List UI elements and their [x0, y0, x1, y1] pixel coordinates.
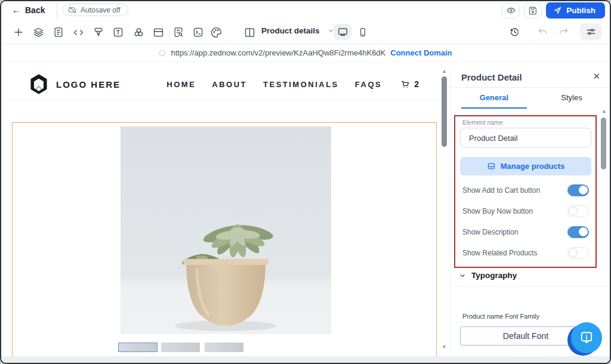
description-toggle[interactable] — [567, 226, 589, 238]
scroll-down-arrow[interactable]: ▼ — [440, 345, 448, 350]
manage-products-label: Manage products — [501, 162, 565, 171]
panel-title: Product Detail — [461, 72, 522, 82]
image-thumbnail-2[interactable] — [161, 343, 200, 352]
scroll-up-arrow[interactable]: ▲ — [440, 69, 448, 74]
sections-icon[interactable] — [152, 26, 165, 39]
layers-icon[interactable] — [32, 26, 45, 39]
editor-window: ← Back Autosave off — [0, 0, 611, 364]
chevron-down-icon — [459, 272, 466, 279]
element-name-label: Element name — [462, 119, 503, 126]
typography-section-header[interactable]: Typography — [459, 271, 517, 280]
preview-eye-button[interactable] — [502, 3, 520, 18]
back-button[interactable]: ← Back — [12, 5, 45, 15]
cloud-off-icon — [68, 5, 77, 14]
chevron-down-icon — [328, 27, 334, 34]
paint-icon[interactable] — [92, 26, 105, 39]
page-selector-dropdown[interactable]: Product details — [261, 26, 334, 35]
seo-search-icon[interactable] — [172, 26, 185, 39]
editor-toolbar: Product details — [1, 20, 610, 44]
cart-icon — [400, 79, 411, 90]
canvas-scrollbar-thumb[interactable] — [442, 76, 447, 147]
element-name-input[interactable] — [460, 128, 591, 148]
text-icon[interactable] — [112, 26, 125, 39]
preview-url: https://app.zednow.com/v2/preview/KzAaHQ… — [171, 48, 385, 57]
typography-label: Typography — [471, 271, 517, 280]
toggle-label: Show Description — [462, 228, 518, 236]
nav-item-faqs[interactable]: FAQS — [355, 80, 382, 89]
add-element-icon[interactable] — [12, 26, 25, 39]
desktop-view-button[interactable] — [334, 24, 351, 40]
divider — [450, 87, 611, 88]
palette-icon[interactable] — [209, 26, 223, 39]
image-thumbnail-3[interactable] — [205, 343, 243, 352]
toggle-row-description: Show Description — [462, 226, 589, 238]
terminal-icon[interactable] — [192, 26, 205, 39]
related-products-toggle[interactable] — [567, 247, 589, 259]
page-selector-value: Product details — [261, 26, 320, 35]
publish-label: Publish — [566, 6, 595, 15]
window-bottom-edge — [1, 356, 610, 363]
manage-products-button[interactable]: Manage products — [460, 157, 591, 175]
undo-button[interactable] — [535, 24, 551, 40]
help-chat-button[interactable] — [567, 322, 601, 356]
globe-icon — [159, 50, 166, 57]
url-bar: https://app.zednow.com/v2/preview/KzAaHQ… — [1, 44, 610, 62]
close-icon[interactable]: ✕ — [593, 71, 600, 82]
font-family-label: Product name Font Family — [462, 313, 539, 320]
canvas-scrollbar[interactable]: ▲ ▼ — [440, 66, 448, 356]
back-arrow-icon: ← — [12, 5, 21, 15]
settings-sliders-button[interactable] — [580, 23, 601, 40]
site-logo-icon — [30, 74, 48, 94]
publish-button[interactable]: Publish — [546, 2, 605, 18]
redo-button[interactable] — [556, 24, 572, 40]
back-label: Back — [25, 5, 45, 15]
tab-general[interactable]: General — [461, 93, 527, 109]
product-image[interactable] — [121, 127, 331, 334]
toggle-row-add-to-cart: Show Add to Cart button — [462, 184, 589, 196]
toggle-label: Show Add to Cart button — [462, 186, 540, 195]
save-button[interactable] — [524, 3, 542, 18]
toggle-row-buy-now: Show Buy Now button — [462, 205, 589, 217]
toggle-label: Show Buy Now button — [462, 207, 533, 215]
nav-item-testimonials[interactable]: TESTIMONIALS — [263, 80, 339, 89]
autosave-label: Autosave off — [81, 6, 121, 14]
cart-button[interactable]: 2 — [400, 79, 419, 90]
split-view-icon[interactable] — [243, 26, 256, 39]
toggle-label: Show Related Products — [462, 249, 537, 257]
site-logo-text: LOGO HERE — [56, 79, 121, 90]
divider — [450, 286, 611, 286]
image-thumbnail-1[interactable] — [118, 343, 158, 352]
top-bar: ← Back Autosave off — [1, 1, 610, 20]
code-icon[interactable] — [72, 26, 85, 39]
settings-panel: Product Detail ✕ General Styles Element … — [450, 66, 611, 356]
products-box-icon — [487, 162, 496, 171]
nav-item-about[interactable]: ABOUT — [212, 80, 247, 89]
panel-scroll-up-arrow[interactable]: ▲ — [600, 109, 608, 114]
tab-styles[interactable]: Styles — [539, 93, 604, 107]
history-button[interactable] — [507, 24, 523, 40]
site-header: LOGO HERE HOME ABOUT TESTIMONIALS FAQS 2 — [10, 68, 439, 101]
add-to-cart-toggle[interactable] — [567, 184, 589, 196]
pages-icon[interactable] — [52, 26, 65, 39]
mobile-view-button[interactable] — [354, 24, 372, 40]
site-nav: HOME ABOUT TESTIMONIALS FAQS — [166, 80, 382, 89]
nav-item-home[interactable]: HOME — [166, 80, 196, 89]
autosave-toggle-pill[interactable]: Autosave off — [62, 4, 128, 16]
connect-domain-link[interactable]: Connect Domain — [390, 48, 452, 57]
site-canvas: LOGO HERE HOME ABOUT TESTIMONIALS FAQS 2 — [10, 66, 439, 356]
toggle-row-related-products: Show Related Products — [462, 247, 589, 259]
buy-now-toggle[interactable] — [567, 205, 589, 217]
chat-info-icon — [578, 329, 595, 346]
send-icon — [553, 6, 562, 15]
divider — [57, 1, 57, 20]
cart-count: 2 — [414, 79, 419, 89]
panel-scrollbar-thumb[interactable] — [601, 118, 606, 169]
blend-colors-icon[interactable] — [132, 26, 145, 39]
